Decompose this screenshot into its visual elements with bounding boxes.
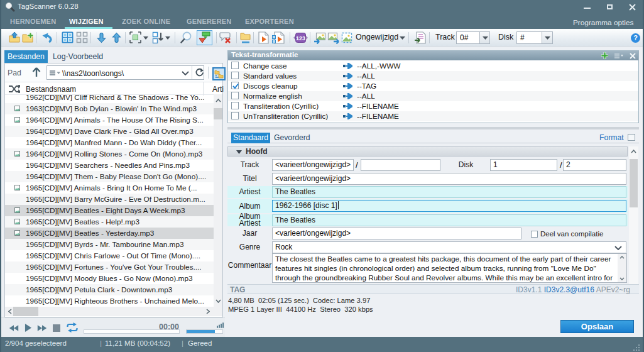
svg-text:123: 123 (296, 35, 305, 41)
